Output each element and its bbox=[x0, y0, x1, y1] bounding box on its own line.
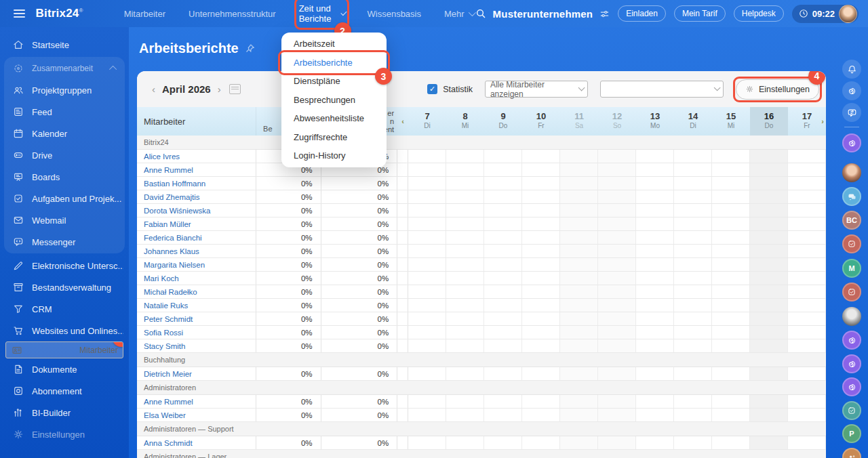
day-cell[interactable] bbox=[636, 150, 674, 163]
day-cell[interactable] bbox=[560, 150, 598, 163]
day-cell[interactable] bbox=[408, 367, 446, 380]
day-cell[interactable] bbox=[484, 409, 522, 421]
rail-task-check-button[interactable] bbox=[842, 283, 861, 301]
employee-name-link[interactable]: David Zhemajtis bbox=[137, 190, 256, 203]
day-cell[interactable] bbox=[750, 409, 788, 421]
employee-name-link[interactable]: Sofia Rossi bbox=[137, 326, 256, 339]
day-cell[interactable] bbox=[674, 312, 712, 325]
day-cell[interactable] bbox=[674, 285, 712, 298]
rail-initials-m[interactable]: M bbox=[842, 259, 861, 278]
day-cell[interactable] bbox=[712, 312, 750, 325]
day-cell[interactable] bbox=[674, 299, 712, 312]
employee-name-link[interactable]: Dorota Wiśniewska bbox=[137, 204, 256, 217]
day-cell[interactable] bbox=[408, 285, 446, 298]
day-cell[interactable] bbox=[408, 258, 446, 271]
day-cell[interactable] bbox=[788, 272, 826, 285]
rail-copilot-button[interactable] bbox=[842, 354, 861, 373]
employee-filter-select[interactable]: Alle Mitarbeiter anzeigen bbox=[485, 81, 588, 98]
day-cell[interactable] bbox=[674, 367, 712, 380]
day-cell[interactable] bbox=[750, 339, 788, 352]
day-cell[interactable] bbox=[560, 312, 598, 325]
day-cell[interactable] bbox=[522, 285, 560, 298]
day-cell[interactable] bbox=[750, 150, 788, 163]
employee-name-link[interactable]: Johannes Klaus bbox=[137, 245, 256, 257]
sidebar-item-bestandsverwaltung[interactable]: Bestandsverwaltung bbox=[5, 276, 123, 298]
day-cell[interactable] bbox=[446, 190, 484, 203]
day-cell[interactable] bbox=[788, 258, 826, 271]
employee-name-link[interactable]: Federica Bianchi bbox=[137, 231, 256, 244]
company-search[interactable]: Musterunternehmen bbox=[475, 8, 610, 20]
rail-people-button[interactable] bbox=[842, 448, 861, 458]
day-cell[interactable] bbox=[522, 150, 560, 163]
sidebar-item-startseite[interactable]: Startseite bbox=[5, 34, 123, 56]
day-cell[interactable] bbox=[750, 245, 788, 257]
day-cell[interactable] bbox=[598, 339, 636, 352]
day-cell[interactable] bbox=[788, 367, 826, 380]
day-cell[interactable] bbox=[788, 150, 826, 163]
day-cell[interactable] bbox=[446, 339, 484, 352]
rail-avatar[interactable] bbox=[842, 307, 861, 326]
day-cell[interactable] bbox=[560, 299, 598, 312]
hamburger-menu-icon[interactable] bbox=[14, 9, 25, 18]
day-cell[interactable] bbox=[712, 204, 750, 217]
day-cell[interactable] bbox=[712, 150, 750, 163]
day-cell[interactable] bbox=[560, 409, 598, 421]
day-cell[interactable] bbox=[408, 272, 446, 285]
day-cell[interactable] bbox=[712, 436, 750, 449]
nav-item-zeit-und-berichte[interactable]: Zeit und Berichte2 bbox=[298, 1, 346, 26]
day-cell[interactable] bbox=[788, 312, 826, 325]
day-cell[interactable] bbox=[636, 339, 674, 352]
menu-item-besprechungen[interactable]: Besprechungen bbox=[281, 91, 387, 110]
app-logo[interactable]: Bitrix24® bbox=[36, 7, 83, 20]
day-cell[interactable] bbox=[636, 367, 674, 380]
day-cell[interactable] bbox=[598, 163, 636, 176]
day-cell[interactable] bbox=[484, 285, 522, 298]
day-cell[interactable] bbox=[484, 436, 522, 449]
day-cell[interactable] bbox=[560, 436, 598, 449]
day-cell[interactable] bbox=[788, 204, 826, 217]
day-cell[interactable] bbox=[788, 163, 826, 176]
day-cell[interactable] bbox=[636, 163, 674, 176]
day-cell[interactable] bbox=[408, 395, 446, 408]
employee-name-link[interactable]: Alice Ivres bbox=[137, 150, 256, 163]
day-cell[interactable] bbox=[750, 326, 788, 339]
day-cell[interactable] bbox=[484, 395, 522, 408]
day-cell[interactable] bbox=[636, 258, 674, 271]
day-cell[interactable] bbox=[560, 272, 598, 285]
day-cell[interactable] bbox=[522, 245, 560, 257]
sidebar-item-einstellungen[interactable]: Einstellungen bbox=[5, 423, 123, 445]
rail-chat-bubbles-button[interactable] bbox=[842, 187, 861, 206]
pin-icon[interactable] bbox=[245, 43, 255, 54]
nav-item-wissensbasis[interactable]: Wissensbasis bbox=[366, 6, 422, 22]
day-cell[interactable] bbox=[560, 285, 598, 298]
day-cell[interactable] bbox=[560, 367, 598, 380]
day-cell[interactable] bbox=[712, 409, 750, 421]
day-header-cell[interactable]: 11Sa bbox=[560, 107, 598, 136]
day-cell[interactable] bbox=[788, 409, 826, 421]
day-cell[interactable] bbox=[522, 177, 560, 190]
day-cell[interactable] bbox=[446, 177, 484, 190]
day-cell[interactable] bbox=[484, 204, 522, 217]
rail-avatar[interactable] bbox=[842, 163, 861, 182]
day-cell[interactable] bbox=[636, 285, 674, 298]
day-cell[interactable] bbox=[636, 326, 674, 339]
day-cell[interactable] bbox=[598, 409, 636, 421]
nav-item-mitarbeiter[interactable]: Mitarbeiter bbox=[123, 6, 167, 22]
day-cell[interactable] bbox=[560, 231, 598, 244]
day-header-cell[interactable]: 9Do bbox=[484, 107, 522, 136]
day-cell[interactable] bbox=[788, 177, 826, 190]
day-cell[interactable] bbox=[636, 395, 674, 408]
day-cell[interactable] bbox=[408, 190, 446, 203]
day-cell[interactable] bbox=[522, 217, 560, 230]
day-cell[interactable] bbox=[484, 245, 522, 257]
day-cell[interactable] bbox=[674, 177, 712, 190]
day-cell[interactable] bbox=[636, 299, 674, 312]
day-cell[interactable] bbox=[484, 272, 522, 285]
day-header-cell[interactable]: 15Mi bbox=[712, 107, 750, 136]
day-cell[interactable] bbox=[598, 190, 636, 203]
day-cell[interactable] bbox=[712, 299, 750, 312]
day-cell[interactable] bbox=[674, 272, 712, 285]
sidebar-item-projektgruppen[interactable]: Projektgruppen bbox=[5, 79, 123, 101]
day-cell[interactable] bbox=[560, 245, 598, 257]
settings-button[interactable]: Einstellungen 4 bbox=[736, 79, 819, 100]
